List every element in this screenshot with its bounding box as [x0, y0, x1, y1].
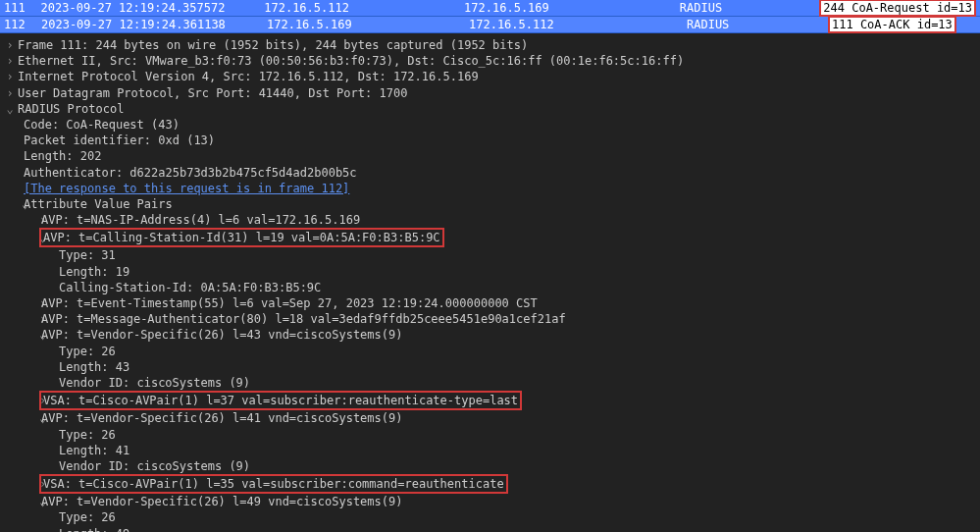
- col-info: 111 CoA-ACK id=13: [830, 18, 976, 31]
- collapse-icon[interactable]: ›: [4, 53, 16, 69]
- ethernet-summary[interactable]: ›Ethernet II, Src: VMware_b3:f0:73 (00:5…: [0, 53, 980, 69]
- expand-icon[interactable]: ⌄: [4, 196, 22, 212]
- collapse-icon[interactable]: ›: [4, 85, 16, 101]
- vsa-cisco-avpair[interactable]: ›VSA: t=Cisco-AVPair(1) l=37 val=subscri…: [0, 391, 980, 410]
- info-highlight: 111 CoA-ACK id=13: [828, 16, 956, 33]
- collapse-icon[interactable]: ›: [4, 295, 39, 311]
- packet-details-pane: ›Frame 111: 244 bytes on wire (1952 bits…: [0, 33, 980, 532]
- avp-vendor-specific[interactable]: ⌄AVP: t=Vendor-Specific(26) l=43 vnd=cis…: [0, 327, 980, 343]
- avp-nas-ip[interactable]: ›AVP: t=NAS-IP-Address(4) l=6 val=172.16…: [0, 212, 980, 228]
- col-time: 2023-09-27 12:19:24.361138: [41, 18, 267, 31]
- avp-field-type: Type: 26: [0, 509, 980, 525]
- ip-summary[interactable]: ›Internet Protocol Version 4, Src: 172.1…: [0, 69, 980, 84]
- avp-field-length: Length: 43: [0, 359, 980, 375]
- expand-icon[interactable]: ⌄: [4, 101, 16, 117]
- col-src: 172.16.5.169: [267, 18, 469, 31]
- avp-field-vendor: Vendor ID: ciscoSystems (9): [0, 375, 980, 391]
- expand-icon[interactable]: ⌄: [4, 494, 39, 509]
- radius-response-link[interactable]: [The response to this request is in fram…: [0, 181, 980, 196]
- packet-row[interactable]: 111 2023-09-27 12:19:24.357572 172.16.5.…: [0, 0, 980, 17]
- avp-field-length: Length: 41: [0, 443, 980, 458]
- radius-protocol[interactable]: ⌄RADIUS Protocol: [0, 101, 980, 117]
- col-no: 111: [4, 1, 41, 15]
- expand-icon[interactable]: ⌄: [4, 327, 39, 343]
- col-proto: RADIUS: [680, 1, 821, 15]
- col-no: 112: [4, 18, 41, 31]
- col-proto: RADIUS: [687, 18, 830, 31]
- avp-field-value: Calling-Station-Id: 0A:5A:F0:B3:B5:9C: [0, 280, 980, 295]
- vsa-cisco-avpair[interactable]: ›VSA: t=Cisco-AVPair(1) l=35 val=subscri…: [0, 474, 980, 494]
- collapse-icon[interactable]: ›: [4, 37, 16, 53]
- frame-summary[interactable]: ›Frame 111: 244 bytes on wire (1952 bits…: [0, 37, 980, 53]
- collapse-icon[interactable]: ›: [4, 393, 39, 408]
- collapse-icon[interactable]: ›: [4, 476, 39, 492]
- expand-icon[interactable]: ⌄: [4, 410, 39, 426]
- avp-event-timestamp[interactable]: ›AVP: t=Event-Timestamp(55) l=6 val=Sep …: [0, 295, 980, 311]
- avp-field-vendor: Vendor ID: ciscoSystems (9): [0, 458, 980, 474]
- collapse-icon[interactable]: ›: [4, 212, 39, 228]
- radius-length: Length: 202: [0, 148, 980, 164]
- packet-row[interactable]: 112 2023-09-27 12:19:24.361138 172.16.5.…: [0, 17, 980, 33]
- avp-field-length: Length: 49: [0, 526, 980, 532]
- avp-field-length: Length: 19: [0, 264, 980, 280]
- col-info: 244 CoA-Request id=13: [821, 1, 976, 15]
- packet-list: 111 2023-09-27 12:19:24.357572 172.16.5.…: [0, 0, 980, 33]
- udp-summary[interactable]: ›User Datagram Protocol, Src Port: 41440…: [0, 85, 980, 101]
- avp-container[interactable]: ⌄Attribute Value Pairs: [0, 196, 980, 212]
- collapse-icon[interactable]: ›: [4, 69, 16, 84]
- avp-field-type: Type: 26: [0, 344, 980, 359]
- col-dst: 172.16.5.169: [464, 1, 680, 15]
- col-time: 2023-09-27 12:19:24.357572: [41, 1, 265, 15]
- col-src: 172.16.5.112: [264, 1, 464, 15]
- collapse-icon[interactable]: ›: [4, 311, 39, 327]
- avp-field-type: Type: 26: [0, 427, 980, 443]
- expand-icon[interactable]: ⌄: [4, 230, 39, 245]
- radius-authenticator: Authenticator: d622a25b73d3b2b475cf5d4ad…: [0, 165, 980, 181]
- info-highlight: 244 CoA-Request id=13: [819, 0, 976, 17]
- avp-vendor-specific[interactable]: ⌄AVP: t=Vendor-Specific(26) l=41 vnd=cis…: [0, 410, 980, 426]
- avp-vendor-specific[interactable]: ⌄AVP: t=Vendor-Specific(26) l=49 vnd=cis…: [0, 494, 980, 509]
- col-dst: 172.16.5.112: [469, 18, 687, 31]
- avp-field-type: Type: 31: [0, 247, 980, 263]
- radius-packet-id: Packet identifier: 0xd (13): [0, 133, 980, 148]
- avp-calling-station-id[interactable]: ⌄AVP: t=Calling-Station-Id(31) l=19 val=…: [0, 228, 980, 247]
- avp-message-authenticator[interactable]: ›AVP: t=Message-Authenticator(80) l=18 v…: [0, 311, 980, 327]
- radius-code: Code: CoA-Request (43): [0, 117, 980, 133]
